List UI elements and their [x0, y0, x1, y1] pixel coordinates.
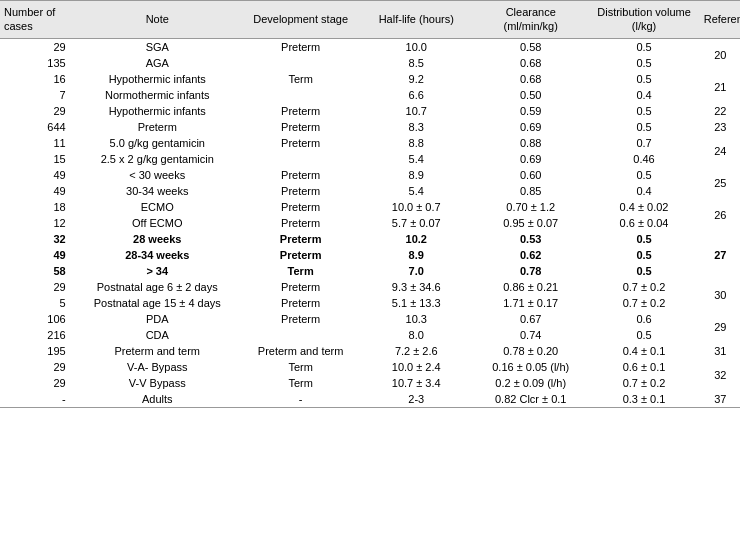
table-row: 3228 weeksPreterm10.20.530.527: [0, 231, 740, 247]
cell-clearance: 0.74: [474, 327, 587, 343]
cell-dev: [243, 327, 359, 343]
cell-note: 2.5 x 2 g/kg gentamicin: [72, 151, 243, 167]
cell-dev: Preterm: [243, 183, 359, 199]
cell-dev: [243, 55, 359, 71]
cell-dev: Term: [243, 359, 359, 375]
cell-dev: -: [243, 391, 359, 408]
cell-ref: 27: [701, 231, 740, 279]
cell-ref: 24: [701, 135, 740, 167]
cell-halflife: 7.2 ± 2.6: [358, 343, 474, 359]
cell-halflife: 8.8: [358, 135, 474, 151]
table-row: 49< 30 weeksPreterm8.90.600.525: [0, 167, 740, 183]
cell-cases: 5: [0, 295, 72, 311]
cell-note: < 30 weeks: [72, 167, 243, 183]
cell-distrib: 0.7 ± 0.2: [587, 279, 700, 295]
cell-distrib: 0.5: [587, 103, 700, 119]
cell-note: SGA: [72, 38, 243, 55]
table-row: -Adults-2-30.82 Clcr ± 0.10.3 ± 0.137: [0, 391, 740, 408]
cell-distrib: 0.4 ± 0.1: [587, 343, 700, 359]
cell-distrib: 0.3 ± 0.1: [587, 391, 700, 408]
cell-distrib: 0.5: [587, 247, 700, 263]
cell-note: Adults: [72, 391, 243, 408]
cell-ref: 25: [701, 167, 740, 199]
cell-clearance: 0.85: [474, 183, 587, 199]
table-row: 16Hypothermic infantsTerm9.20.680.521: [0, 71, 740, 87]
cell-cases: 11: [0, 135, 72, 151]
cell-cases: 16: [0, 71, 72, 87]
cell-cases: 49: [0, 247, 72, 263]
table-row: 7Normothermic infants6.60.500.4: [0, 87, 740, 103]
cell-cases: 15: [0, 151, 72, 167]
cell-halflife: 5.7 ± 0.07: [358, 215, 474, 231]
cell-clearance: 0.53: [474, 231, 587, 247]
cell-clearance: 0.68: [474, 55, 587, 71]
cell-cases: 135: [0, 55, 72, 71]
cell-dev: Preterm: [243, 295, 359, 311]
cell-dev: Preterm: [243, 103, 359, 119]
cell-ref: 26: [701, 199, 740, 231]
cell-note: Preterm: [72, 119, 243, 135]
cell-halflife: 7.0: [358, 263, 474, 279]
col-header-cases: Number of cases: [0, 1, 72, 39]
cell-distrib: 0.7: [587, 135, 700, 151]
col-header-note: Note: [72, 1, 243, 39]
cell-cases: 18: [0, 199, 72, 215]
table-row: 29SGAPreterm10.00.580.520: [0, 38, 740, 55]
cell-clearance: 0.50: [474, 87, 587, 103]
cell-distrib: 0.7 ± 0.2: [587, 295, 700, 311]
cell-halflife: 10.7 ± 3.4: [358, 375, 474, 391]
cell-halflife: 2-3: [358, 391, 474, 408]
cell-clearance: 0.67: [474, 311, 587, 327]
cell-halflife: 5.1 ± 13.3: [358, 295, 474, 311]
cell-note: Preterm and term: [72, 343, 243, 359]
table-row: 12Off ECMOPreterm5.7 ± 0.070.95 ± 0.070.…: [0, 215, 740, 231]
cell-note: Hypothermic infants: [72, 103, 243, 119]
cell-note: Hypothermic infants: [72, 71, 243, 87]
cell-halflife: 9.2: [358, 71, 474, 87]
cell-note: 5.0 g/kg gentamicin: [72, 135, 243, 151]
cell-cases: 7: [0, 87, 72, 103]
cell-halflife: 10.0 ± 2.4: [358, 359, 474, 375]
table-row: 115.0 g/kg gentamicinPreterm8.80.880.724: [0, 135, 740, 151]
cell-cases: 12: [0, 215, 72, 231]
cell-cases: 29: [0, 279, 72, 295]
cell-dev: Term: [243, 263, 359, 279]
table-row: 135AGA8.50.680.5: [0, 55, 740, 71]
table-row: 644PretermPreterm8.30.690.523: [0, 119, 740, 135]
cell-distrib: 0.5: [587, 71, 700, 87]
cell-cases: 29: [0, 38, 72, 55]
cell-distrib: 0.5: [587, 327, 700, 343]
cell-clearance: 0.95 ± 0.07: [474, 215, 587, 231]
cell-ref: 29: [701, 311, 740, 343]
cell-clearance: 0.86 ± 0.21: [474, 279, 587, 295]
cell-cases: 29: [0, 103, 72, 119]
cell-clearance: 0.16 ± 0.05 (l/h): [474, 359, 587, 375]
cell-dev: Preterm: [243, 38, 359, 55]
cell-note: V-A- Bypass: [72, 359, 243, 375]
cell-halflife: 8.5: [358, 55, 474, 71]
cell-note: Normothermic infants: [72, 87, 243, 103]
cell-distrib: 0.5: [587, 167, 700, 183]
cell-dev: Term: [243, 71, 359, 87]
cell-cases: 106: [0, 311, 72, 327]
cell-ref: 23: [701, 119, 740, 135]
col-header-halflife: Half-life (hours): [358, 1, 474, 39]
cell-dev: Preterm: [243, 247, 359, 263]
table-container: Number of cases Note Development stage H…: [0, 0, 740, 408]
cell-note: > 34: [72, 263, 243, 279]
cell-halflife: 10.3: [358, 311, 474, 327]
cell-dev: Preterm and term: [243, 343, 359, 359]
cell-distrib: 0.4 ± 0.02: [587, 199, 700, 215]
table-header-row: Number of cases Note Development stage H…: [0, 1, 740, 39]
cell-dev: [243, 87, 359, 103]
cell-cases: -: [0, 391, 72, 408]
cell-clearance: 0.82 Clcr ± 0.1: [474, 391, 587, 408]
cell-halflife: 10.0 ± 0.7: [358, 199, 474, 215]
col-header-ref: Reference: [701, 1, 740, 39]
cell-dev: Preterm: [243, 279, 359, 295]
table-row: 58> 34Term7.00.780.5: [0, 263, 740, 279]
cell-clearance: 0.2 ± 0.09 (l/h): [474, 375, 587, 391]
cell-clearance: 1.71 ± 0.17: [474, 295, 587, 311]
cell-note: CDA: [72, 327, 243, 343]
col-header-distrib: Distribution volume (l/kg): [587, 1, 700, 39]
